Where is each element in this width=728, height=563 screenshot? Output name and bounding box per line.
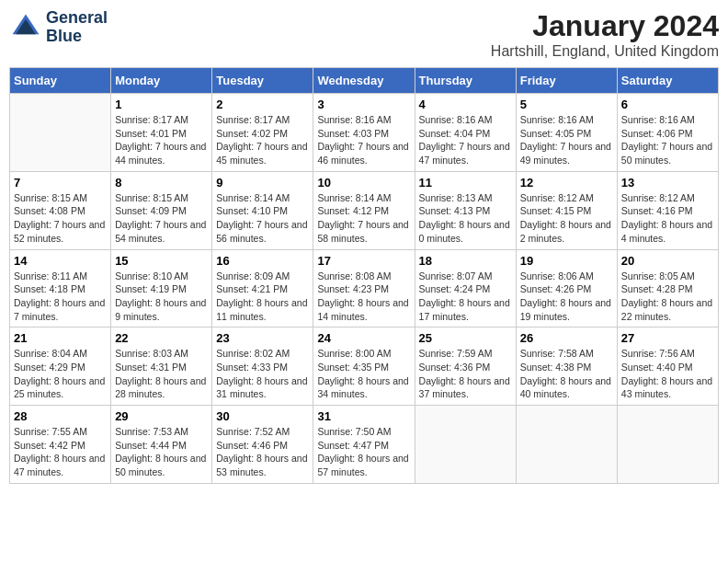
day-info: Sunrise: 8:07 AMSunset: 4:24 PMDaylight:…	[419, 270, 512, 324]
logo-text: General Blue	[46, 9, 108, 46]
day-cell: 4Sunrise: 8:16 AMSunset: 4:04 PMDaylight…	[415, 94, 516, 172]
day-number: 18	[419, 254, 512, 268]
header: General Blue January 2024 Hartshill, Eng…	[9, 9, 719, 60]
week-row-1: 7Sunrise: 8:15 AMSunset: 4:08 PMDaylight…	[10, 171, 719, 249]
day-number: 21	[14, 331, 107, 345]
day-cell	[10, 94, 111, 172]
day-info: Sunrise: 8:13 AMSunset: 4:13 PMDaylight:…	[419, 191, 512, 246]
day-cell: 1Sunrise: 8:17 AMSunset: 4:01 PMDaylight…	[111, 94, 212, 172]
day-cell: 5Sunrise: 8:16 AMSunset: 4:05 PMDaylight…	[516, 94, 617, 172]
day-info: Sunrise: 7:52 AMSunset: 4:46 PMDaylight:…	[216, 425, 309, 479]
day-info: Sunrise: 7:53 AMSunset: 4:44 PMDaylight:…	[115, 425, 208, 479]
day-cell: 21Sunrise: 8:04 AMSunset: 4:29 PMDayligh…	[10, 327, 111, 406]
calendar-header-row: SundayMondayTuesdayWednesdayThursdayFrid…	[10, 68, 719, 94]
day-cell	[415, 406, 516, 484]
day-info: Sunrise: 8:00 AMSunset: 4:35 PMDaylight:…	[317, 347, 410, 401]
col-header-wednesday: Wednesday	[313, 68, 415, 94]
day-number: 29	[115, 409, 208, 423]
day-number: 30	[216, 409, 309, 423]
col-header-thursday: Thursday	[415, 68, 516, 94]
day-cell: 30Sunrise: 7:52 AMSunset: 4:46 PMDayligh…	[212, 406, 313, 484]
day-cell: 13Sunrise: 8:12 AMSunset: 4:16 PMDayligh…	[617, 171, 718, 249]
calendar: SundayMondayTuesdayWednesdayThursdayFrid…	[9, 67, 719, 484]
day-info: Sunrise: 8:06 AMSunset: 4:26 PMDaylight:…	[520, 270, 613, 324]
day-number: 7	[14, 176, 107, 190]
title-section: January 2024 Hartshill, England, United …	[491, 9, 719, 60]
day-cell: 16Sunrise: 8:09 AMSunset: 4:21 PMDayligh…	[212, 249, 313, 327]
day-cell: 8Sunrise: 8:15 AMSunset: 4:09 PMDaylight…	[111, 171, 212, 249]
day-number: 23	[216, 331, 309, 345]
day-number: 27	[621, 331, 714, 345]
day-number: 25	[419, 331, 512, 345]
day-info: Sunrise: 8:08 AMSunset: 4:23 PMDaylight:…	[317, 270, 410, 324]
col-header-friday: Friday	[516, 68, 617, 94]
day-number: 2	[216, 98, 309, 111]
day-cell	[516, 406, 617, 484]
day-cell: 27Sunrise: 7:56 AMSunset: 4:40 PMDayligh…	[617, 327, 718, 406]
day-info: Sunrise: 7:58 AMSunset: 4:38 PMDaylight:…	[520, 347, 613, 401]
day-number: 13	[621, 176, 714, 190]
day-cell: 7Sunrise: 8:15 AMSunset: 4:08 PMDaylight…	[10, 171, 111, 249]
day-info: Sunrise: 7:50 AMSunset: 4:47 PMDaylight:…	[317, 425, 410, 479]
week-row-0: 1Sunrise: 8:17 AMSunset: 4:01 PMDaylight…	[10, 94, 719, 172]
day-info: Sunrise: 8:16 AMSunset: 4:04 PMDaylight:…	[419, 113, 512, 167]
day-info: Sunrise: 8:16 AMSunset: 4:03 PMDaylight:…	[317, 113, 410, 167]
day-info: Sunrise: 8:15 AMSunset: 4:09 PMDaylight:…	[115, 191, 208, 246]
day-number: 14	[14, 254, 107, 268]
day-cell: 2Sunrise: 8:17 AMSunset: 4:02 PMDaylight…	[212, 94, 313, 172]
day-number: 3	[317, 98, 410, 111]
day-cell: 15Sunrise: 8:10 AMSunset: 4:19 PMDayligh…	[111, 249, 212, 327]
logo-icon	[9, 11, 42, 44]
day-number: 17	[317, 254, 410, 268]
day-number: 5	[520, 98, 613, 111]
day-cell: 9Sunrise: 8:14 AMSunset: 4:10 PMDaylight…	[212, 171, 313, 249]
day-number: 16	[216, 254, 309, 268]
day-number: 9	[216, 176, 309, 190]
day-info: Sunrise: 8:03 AMSunset: 4:31 PMDaylight:…	[115, 347, 208, 401]
col-header-tuesday: Tuesday	[212, 68, 313, 94]
day-info: Sunrise: 8:04 AMSunset: 4:29 PMDaylight:…	[14, 347, 107, 401]
day-info: Sunrise: 7:55 AMSunset: 4:42 PMDaylight:…	[14, 425, 107, 479]
week-row-2: 14Sunrise: 8:11 AMSunset: 4:18 PMDayligh…	[10, 249, 719, 327]
location-title: Hartshill, England, United Kingdom	[491, 43, 719, 60]
day-cell: 11Sunrise: 8:13 AMSunset: 4:13 PMDayligh…	[415, 171, 516, 249]
week-row-4: 28Sunrise: 7:55 AMSunset: 4:42 PMDayligh…	[10, 406, 719, 484]
day-cell: 24Sunrise: 8:00 AMSunset: 4:35 PMDayligh…	[313, 327, 415, 406]
day-number: 22	[115, 331, 208, 345]
day-cell: 12Sunrise: 8:12 AMSunset: 4:15 PMDayligh…	[516, 171, 617, 249]
day-cell: 14Sunrise: 8:11 AMSunset: 4:18 PMDayligh…	[10, 249, 111, 327]
day-number: 4	[419, 98, 512, 111]
day-info: Sunrise: 8:12 AMSunset: 4:16 PMDaylight:…	[621, 191, 714, 246]
day-cell: 19Sunrise: 8:06 AMSunset: 4:26 PMDayligh…	[516, 249, 617, 327]
day-number: 1	[115, 98, 208, 111]
day-info: Sunrise: 8:17 AMSunset: 4:01 PMDaylight:…	[115, 113, 208, 167]
day-info: Sunrise: 8:10 AMSunset: 4:19 PMDaylight:…	[115, 270, 208, 324]
day-info: Sunrise: 8:17 AMSunset: 4:02 PMDaylight:…	[216, 113, 309, 167]
col-header-sunday: Sunday	[10, 68, 111, 94]
day-cell: 31Sunrise: 7:50 AMSunset: 4:47 PMDayligh…	[313, 406, 415, 484]
day-info: Sunrise: 8:02 AMSunset: 4:33 PMDaylight:…	[216, 347, 309, 401]
day-cell: 28Sunrise: 7:55 AMSunset: 4:42 PMDayligh…	[10, 406, 111, 484]
day-cell: 29Sunrise: 7:53 AMSunset: 4:44 PMDayligh…	[111, 406, 212, 484]
day-number: 10	[317, 176, 410, 190]
day-info: Sunrise: 8:09 AMSunset: 4:21 PMDaylight:…	[216, 270, 309, 324]
day-number: 20	[621, 254, 714, 268]
day-number: 15	[115, 254, 208, 268]
day-number: 19	[520, 254, 613, 268]
month-title: January 2024	[491, 9, 719, 43]
day-cell: 22Sunrise: 8:03 AMSunset: 4:31 PMDayligh…	[111, 327, 212, 406]
day-info: Sunrise: 7:56 AMSunset: 4:40 PMDaylight:…	[621, 347, 714, 401]
day-cell: 10Sunrise: 8:14 AMSunset: 4:12 PMDayligh…	[313, 171, 415, 249]
day-info: Sunrise: 8:11 AMSunset: 4:18 PMDaylight:…	[14, 270, 107, 324]
col-header-monday: Monday	[111, 68, 212, 94]
day-cell: 23Sunrise: 8:02 AMSunset: 4:33 PMDayligh…	[212, 327, 313, 406]
day-info: Sunrise: 7:59 AMSunset: 4:36 PMDaylight:…	[419, 347, 512, 401]
day-info: Sunrise: 8:12 AMSunset: 4:15 PMDaylight:…	[520, 191, 613, 246]
day-cell: 18Sunrise: 8:07 AMSunset: 4:24 PMDayligh…	[415, 249, 516, 327]
day-number: 8	[115, 176, 208, 190]
day-cell: 26Sunrise: 7:58 AMSunset: 4:38 PMDayligh…	[516, 327, 617, 406]
day-info: Sunrise: 8:14 AMSunset: 4:12 PMDaylight:…	[317, 191, 410, 246]
day-cell: 20Sunrise: 8:05 AMSunset: 4:28 PMDayligh…	[617, 249, 718, 327]
col-header-saturday: Saturday	[617, 68, 718, 94]
day-number: 28	[14, 409, 107, 423]
